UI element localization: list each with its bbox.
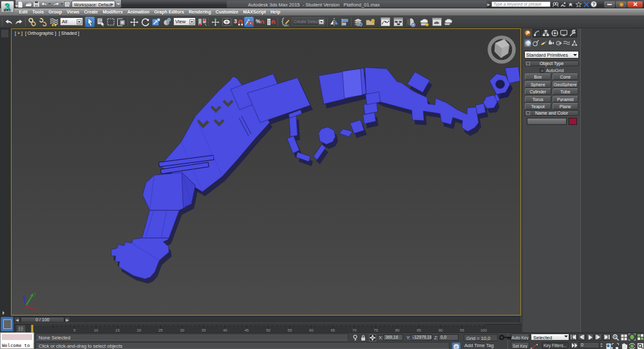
previous-frame-arrow[interactable]: ◀ <box>14 317 20 323</box>
render-setup-button[interactable] <box>419 17 429 27</box>
unlink-selection-icon[interactable] <box>38 17 48 27</box>
mirror-button[interactable] <box>329 17 339 27</box>
search-icon[interactable] <box>552 1 558 8</box>
menu-graph-editors[interactable]: Graph Editors <box>152 10 187 14</box>
welcome-window-fragment[interactable]: Welcome to 3d <box>0 332 34 349</box>
schematic-view-button[interactable] <box>393 17 403 27</box>
tab-modify[interactable] <box>533 29 541 37</box>
save-file-button[interactable] <box>32 1 40 8</box>
scene-explorer-button[interactable] <box>366 17 375 27</box>
open-file-button[interactable] <box>24 1 32 8</box>
x-field[interactable]: 369,16 <box>383 334 403 341</box>
menu-help[interactable]: Help <box>268 10 282 14</box>
spinner-up-icon[interactable] <box>600 342 603 344</box>
object-color-swatch[interactable] <box>569 118 577 125</box>
help-icon[interactable]: ? <box>591 1 597 8</box>
next-frame-button[interactable] <box>594 334 602 341</box>
viewport-pov-menu[interactable]: [ + ] <box>15 31 23 35</box>
pan-icon[interactable] <box>620 343 627 349</box>
z-field[interactable]: 0,0 <box>439 334 459 341</box>
window-crossing-toggle[interactable] <box>116 17 126 27</box>
track-bar[interactable]: 5101520253035404550556065707580859095100 <box>11 324 522 332</box>
workspace-selector[interactable]: Workspace: Default <box>71 1 115 8</box>
application-menu-caret[interactable] <box>15 5 19 9</box>
primitive-button-geosphere[interactable]: GeoSphere <box>553 81 579 88</box>
y-field[interactable]: -12979,18 <box>411 334 432 341</box>
category-lights[interactable] <box>540 39 547 47</box>
time-slider-thumb[interactable]: 0 / 100 <box>21 317 64 323</box>
spinner-snap-toggle[interactable] <box>266 17 276 27</box>
add-time-tag[interactable]: Add Time Tag <box>462 342 506 349</box>
select-and-link-icon[interactable] <box>27 17 37 27</box>
select-and-manipulate-button[interactable] <box>162 17 172 27</box>
favorites-icon[interactable] <box>575 1 582 8</box>
autogrid-checkbox[interactable] <box>540 68 544 73</box>
menu-group[interactable]: Group <box>46 10 64 14</box>
category-cameras[interactable] <box>547 39 554 47</box>
primitive-button-torus[interactable]: Torus <box>525 96 551 102</box>
name-color-header[interactable]: – Name and Color <box>524 110 579 116</box>
redo-scene-button[interactable] <box>14 17 24 27</box>
tab-hierarchy[interactable] <box>542 29 550 37</box>
zoom-extents-icon[interactable] <box>629 334 636 341</box>
category-spacewarps[interactable] <box>563 39 570 47</box>
zoom-icon[interactable] <box>612 334 619 341</box>
maximize-viewport-icon[interactable] <box>637 343 644 349</box>
tab-motion[interactable] <box>551 29 559 37</box>
search-input[interactable]: Type a keyword or phrase <box>491 1 551 7</box>
redo-dropdown-caret[interactable] <box>61 3 63 6</box>
select-by-name-button[interactable] <box>96 17 106 27</box>
render-production-button[interactable] <box>443 17 453 27</box>
category-systems[interactable] <box>571 39 578 47</box>
align-button[interactable] <box>340 17 350 27</box>
object-type-header[interactable]: – Object Type <box>524 61 579 66</box>
set-keys-icon[interactable] <box>499 334 511 341</box>
selection-lock-icon[interactable] <box>359 334 366 341</box>
redo-button[interactable] <box>52 1 60 8</box>
menu-create[interactable]: Create <box>82 10 100 14</box>
primitive-button-cone[interactable]: Cone <box>553 73 579 80</box>
previous-frame-button[interactable] <box>578 334 585 341</box>
project-folder-button[interactable] <box>64 1 71 8</box>
key-mode-toggle[interactable] <box>571 342 578 349</box>
tab-display[interactable] <box>560 29 568 37</box>
spinner-down-icon[interactable] <box>600 346 603 348</box>
primitive-button-pyramid[interactable]: Pyramid <box>553 96 579 102</box>
named-selection-sets-dropdown[interactable]: Create Selection Se <box>292 17 325 26</box>
undo-scene-button[interactable] <box>4 17 14 27</box>
layer-manager-button[interactable] <box>353 17 363 27</box>
viewport-layout-tab[interactable] <box>1 317 14 332</box>
close-button[interactable] <box>627 1 643 8</box>
reference-coordinate-dropdown[interactable]: View <box>173 17 196 26</box>
menu-modifiers[interactable]: Modifiers <box>100 10 125 14</box>
rectangular-selection-region-button[interactable] <box>106 17 115 27</box>
viewport-view-menu[interactable]: [ Orthographic ] <box>25 31 56 35</box>
application-menu-button[interactable]: 3 3 MAX <box>1 1 14 13</box>
undo-dropdown-caret[interactable] <box>48 3 51 6</box>
infocenter-collapse-icon[interactable]: ▶ <box>487 2 490 6</box>
category-geometry[interactable] <box>524 39 531 47</box>
selection-filter-dropdown[interactable]: All <box>60 17 83 26</box>
isolate-selection-icon[interactable] <box>352 334 359 341</box>
primitive-button-plane[interactable]: Plane <box>553 103 579 109</box>
select-object-button[interactable] <box>85 17 95 27</box>
auto-key-button[interactable]: Auto Key <box>511 334 529 341</box>
angle-snap-toggle[interactable] <box>244 17 254 27</box>
maximize-button[interactable] <box>616 1 627 8</box>
go-to-start-button[interactable] <box>569 334 577 341</box>
exchange-apps-icon[interactable] <box>583 1 589 8</box>
default-in-out-tangents-icon[interactable] <box>531 343 538 349</box>
menu-maxscript[interactable]: MAXScript <box>241 10 269 14</box>
bind-to-space-warp-icon[interactable] <box>49 17 59 27</box>
object-name-field[interactable] <box>527 118 567 125</box>
mini-curve-editor-button[interactable] <box>17 325 25 332</box>
select-and-scale-button[interactable] <box>151 17 161 27</box>
viewcube[interactable] <box>485 32 518 66</box>
current-frame-field[interactable]: 0 <box>579 342 600 348</box>
material-editor-button[interactable] <box>406 17 415 27</box>
primitive-button-tube[interactable]: Tube <box>553 88 579 95</box>
menu-rendering[interactable]: Rendering <box>186 10 213 14</box>
play-button[interactable] <box>586 334 594 341</box>
snap-toggle-3d[interactable]: 3 <box>233 17 243 27</box>
keyboard-shortcut-override-toggle[interactable] <box>222 17 231 27</box>
